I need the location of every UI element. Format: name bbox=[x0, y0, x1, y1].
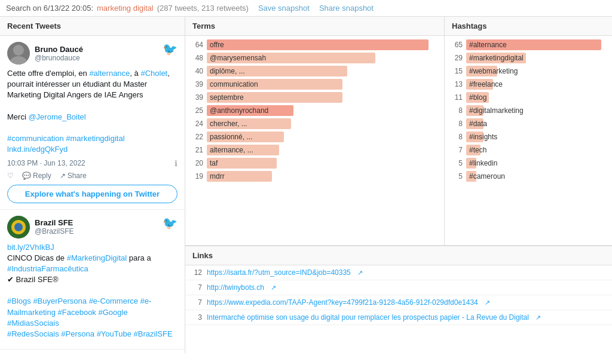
hashtag-row[interactable]: 8 #data bbox=[445, 117, 612, 130]
term-count: 22 bbox=[189, 133, 203, 141]
hashtag-label: #marketingdigital bbox=[469, 54, 524, 62]
link-url[interactable]: https://isarta.fr/?utm_source=IND&job=40… bbox=[207, 268, 351, 277]
term-bar: alternance, ... bbox=[207, 145, 279, 155]
term-bar-container: alternance, ... bbox=[207, 145, 440, 155]
links-scroll[interactable]: 12 https://isarta.fr/?utm_source=IND&job… bbox=[185, 265, 612, 353]
hashtag-ecommerce[interactable]: #e-Commerce bbox=[89, 296, 138, 305]
hashtag-row[interactable]: 5 #linkedin bbox=[445, 157, 612, 170]
term-count: 20 bbox=[189, 159, 203, 167]
mention-jerome[interactable]: @Jerome_Boitel bbox=[28, 112, 85, 121]
short-link[interactable]: lnkd.in/edgQkFyd bbox=[7, 145, 68, 154]
link-count: 12 bbox=[190, 268, 202, 277]
hashtag-buyer[interactable]: #BuyerPersona bbox=[33, 296, 87, 305]
term-bar-container: chercher, ... bbox=[207, 118, 440, 129]
hashtag-row[interactable]: 8 #digitalmarketing bbox=[445, 104, 612, 117]
link-row: 3 Intermarché optimise son usage du digi… bbox=[185, 310, 612, 325]
hashtag-bar-container: #alternance bbox=[466, 39, 608, 50]
search-label: Search on 6/13/22 20:05: bbox=[6, 4, 93, 13]
hashtag-label: #blog bbox=[469, 93, 486, 102]
term-row[interactable]: 39 communication bbox=[185, 78, 444, 91]
term-row[interactable]: 48 @marysemensah bbox=[185, 51, 444, 65]
info-icon[interactable]: ℹ bbox=[175, 159, 178, 168]
user-info: Bruno Daucé @brunodauce bbox=[35, 45, 83, 62]
user-handle: @brunodauce bbox=[35, 54, 83, 62]
hashtag-marketing[interactable]: #MarketingDigital bbox=[67, 253, 127, 262]
hashtag-persona[interactable]: #Persona bbox=[61, 329, 94, 338]
share-action[interactable]: ↗ Share bbox=[60, 172, 87, 180]
term-bar: chercher, ... bbox=[207, 118, 291, 129]
term-label: chercher, ... bbox=[210, 120, 247, 128]
hashtag-industria[interactable]: #IndustriaFarmacêutica bbox=[7, 264, 88, 273]
hashtag-brazilsfe[interactable]: #BrazilSFE bbox=[134, 329, 173, 338]
hashtag-row[interactable]: 5 #cameroun bbox=[445, 170, 612, 183]
term-label: offre bbox=[210, 41, 224, 49]
link-row: 7 http://twinybots.ch ↗ bbox=[185, 280, 612, 295]
hashtag-alternance[interactable]: #alternance bbox=[89, 69, 130, 78]
hashtag-facebook[interactable]: #Facebook bbox=[58, 308, 96, 317]
hashtag-label: #alternance bbox=[469, 41, 507, 49]
hashtag-row[interactable]: 15 #webmarketing bbox=[445, 65, 612, 78]
term-row[interactable]: 22 passionné, ... bbox=[185, 130, 444, 143]
term-row[interactable]: 25 @anthonyrochand bbox=[185, 104, 444, 117]
main-layout: Recent Tweets Bruno Daucé @br bbox=[0, 17, 612, 353]
explore-twitter-button[interactable]: Explore what's happening on Twitter bbox=[7, 185, 178, 203]
hashtag-communication[interactable]: #communication bbox=[7, 134, 64, 143]
hashtag-cholet[interactable]: #Cholet bbox=[140, 69, 167, 78]
hashtag-bar-container: #blog bbox=[466, 92, 608, 103]
svg-point-4 bbox=[14, 223, 23, 231]
svg-point-0 bbox=[13, 45, 24, 56]
link-row: 7 https://www.expedia.com/TAAP-Agent?key… bbox=[185, 295, 612, 310]
terms-scroll[interactable]: 64 offre 48 @marysemensah 40 diplôme, ..… bbox=[185, 36, 444, 245]
hashtag-row[interactable]: 29 #marketingdigital bbox=[445, 51, 612, 65]
like-action[interactable]: ♡ bbox=[7, 172, 14, 180]
reply-action[interactable]: 💬 Reply bbox=[22, 172, 51, 180]
term-row[interactable]: 39 septembre bbox=[185, 91, 444, 104]
tweet-user-row: Brazil SFE @BrazilSFE bbox=[7, 216, 74, 238]
link-url[interactable]: http://twinybots.ch bbox=[207, 283, 264, 292]
term-bar: mdrr bbox=[207, 171, 272, 182]
term-row[interactable]: 20 taf bbox=[185, 157, 444, 170]
hashtags-scroll[interactable]: 65 #alternance 29 #marketingdigital 15 #… bbox=[445, 36, 612, 245]
hashtag-row[interactable]: 11 #blog bbox=[445, 91, 612, 104]
hashtag-label: #freelance bbox=[469, 80, 503, 88]
tweet-meta: 10:03 PM · Jun 13, 2022 ℹ bbox=[7, 159, 178, 168]
hashtag-bar: #freelance bbox=[466, 79, 493, 90]
term-bar-container: communication bbox=[207, 79, 440, 90]
save-snapshot-link[interactable]: Save snapshot bbox=[258, 4, 310, 13]
term-bar: taf bbox=[207, 158, 277, 169]
term-row[interactable]: 64 offre bbox=[185, 38, 444, 51]
hashtag-google[interactable]: #Google bbox=[99, 308, 128, 317]
link-url[interactable]: Intermarché optimise son usage du digita… bbox=[207, 313, 529, 322]
link-url[interactable]: https://www.expedia.com/TAAP-Agent?key=4… bbox=[207, 298, 478, 307]
hashtag-midias[interactable]: #MidiasSociais bbox=[7, 319, 59, 328]
term-label: passionné, ... bbox=[210, 133, 252, 141]
term-label: taf bbox=[210, 159, 218, 167]
term-label: septembre bbox=[210, 93, 244, 102]
term-row[interactable]: 24 chercher, ... bbox=[185, 117, 444, 130]
term-row[interactable]: 19 mdrr bbox=[185, 170, 444, 183]
share-snapshot-link[interactable]: Share snapshot bbox=[319, 4, 374, 13]
user-info: Brazil SFE @BrazilSFE bbox=[35, 218, 74, 235]
hashtag-blogs[interactable]: #Blogs bbox=[7, 296, 31, 305]
share-icon: ↗ bbox=[60, 172, 66, 180]
twitter-bird-icon: 🐦 bbox=[163, 216, 178, 230]
term-count: 64 bbox=[189, 41, 203, 49]
term-row[interactable]: 40 diplôme, ... bbox=[185, 65, 444, 78]
short-link[interactable]: bit.ly/2VhIkBJ bbox=[7, 243, 54, 252]
hashtag-row[interactable]: 13 #freelance bbox=[445, 78, 612, 91]
hashtag-row[interactable]: 7 #tech bbox=[445, 143, 612, 157]
hashtags-panel: Hashtags 65 #alternance 29 #marketingdig… bbox=[445, 17, 612, 245]
hashtag-youtube[interactable]: #YouTube bbox=[97, 329, 131, 338]
hashtag-label: #linkedin bbox=[469, 159, 497, 167]
term-row[interactable]: 21 alternance, ... bbox=[185, 143, 444, 157]
hashtag-marketingdigital[interactable]: #marketingdigital bbox=[66, 134, 124, 143]
hashtag-bar-container: #tech bbox=[466, 145, 608, 155]
hashtag-redes[interactable]: #RedesSociais bbox=[7, 329, 59, 338]
hashtag-row[interactable]: 8 #insights bbox=[445, 130, 612, 143]
tweets-scroll[interactable]: Bruno Daucé @brunodauce 🐦 Cette offre d'… bbox=[0, 36, 185, 353]
tweet-body: Cette offre d'emploi, en #alternance, à … bbox=[7, 68, 178, 155]
hashtag-label: #digitalmarketing bbox=[469, 106, 524, 115]
term-bar: @marysemensah bbox=[207, 53, 375, 63]
tweet-actions: ♡ 💬 Reply ↗ Share bbox=[7, 172, 178, 180]
hashtag-row[interactable]: 65 #alternance bbox=[445, 38, 612, 51]
